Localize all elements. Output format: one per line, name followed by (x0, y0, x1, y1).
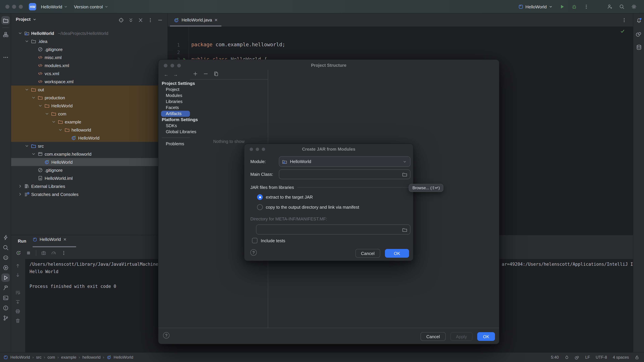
collapse-all-icon[interactable] (138, 18, 143, 23)
screenshot-icon[interactable] (41, 250, 46, 256)
problems-tool-button[interactable] (1, 304, 10, 312)
chevron-right-icon[interactable] (18, 184, 22, 188)
tree-item-scratches-and-consoles[interactable]: Scratches and Consoles (11, 190, 168, 198)
copy-radio[interactable]: copy to the output directory and link vi… (257, 204, 359, 210)
profiler-icon[interactable] (51, 250, 56, 256)
soft-wrap-icon[interactable] (15, 290, 20, 295)
scroll-to-end-icon[interactable] (15, 299, 20, 305)
close-tab-icon[interactable]: ✕ (214, 18, 218, 22)
run-panel-title[interactable]: Run (18, 238, 26, 244)
settings-item-global-libraries[interactable]: Global Libraries (161, 129, 212, 135)
lock-open-icon[interactable] (634, 355, 639, 360)
inspection-widget-icon[interactable] (564, 355, 569, 360)
file-encoding[interactable]: UTF-8 (596, 355, 607, 360)
settings-item-artifacts[interactable]: Artifacts (161, 111, 190, 117)
tree-item-workspace-xml[interactable]: workspace.xml (11, 78, 168, 86)
build-tool-button[interactable] (1, 284, 10, 292)
indent-style[interactable]: 4 spaces (613, 355, 629, 360)
rerun-icon[interactable] (16, 250, 21, 256)
tree-item-modules-xml[interactable]: modules.xml (11, 62, 168, 70)
vcs-widget[interactable]: Version control (73, 3, 110, 10)
chevron-down-icon[interactable] (18, 31, 22, 36)
tree-item-misc-xml[interactable]: misc.xml (11, 53, 168, 62)
project-tool-button[interactable] (1, 16, 10, 24)
chevron-down-icon[interactable] (45, 112, 49, 116)
main-class-input[interactable] (279, 170, 410, 179)
run-button[interactable] (560, 4, 565, 10)
help-button[interactable]: ? (250, 249, 257, 256)
radio-selected-icon[interactable] (257, 194, 263, 200)
run-configuration-widget[interactable]: HelloWorld (518, 4, 553, 10)
breadcrumb-item[interactable]: com (48, 355, 55, 360)
project-widget[interactable]: HelloWorld (40, 3, 69, 10)
tree-item--gitignore[interactable]: .gitignore (11, 45, 168, 53)
editor-options-icon[interactable] (622, 18, 627, 23)
tree-item-out[interactable]: out (11, 86, 168, 94)
back-icon[interactable]: ← (164, 72, 168, 77)
stop-icon[interactable] (26, 250, 31, 256)
tree-item-helloworld[interactable]: CHelloWorld (11, 158, 168, 166)
more-actions-icon[interactable] (584, 4, 589, 10)
structure-tool-button[interactable] (1, 30, 10, 38)
tree-item-helloworld[interactable]: HelloWorld~/IdeaProjects/HelloWorld (11, 29, 168, 37)
include-tests-checkbox[interactable] (252, 238, 258, 243)
cancel-button[interactable]: Cancel (420, 332, 446, 341)
tree-item-production[interactable]: production (11, 94, 168, 102)
search-everywhere-icon[interactable] (619, 4, 624, 10)
chevron-down-icon[interactable] (58, 128, 63, 132)
kebab-icon[interactable] (148, 18, 153, 23)
manifest-dir-input[interactable] (256, 224, 410, 234)
breadcrumb-item[interactable]: HelloWorld (114, 355, 133, 360)
chevron-down-icon[interactable] (31, 95, 36, 100)
up-stacktrace-icon[interactable] (15, 263, 20, 268)
chevron-down-icon[interactable] (24, 39, 29, 44)
tree-item-com-example-helloworld[interactable]: com.example.helloworld (11, 150, 168, 158)
settings-item-modules[interactable]: Modules (161, 92, 212, 99)
run-tab[interactable]: HelloWorld ✕ (32, 237, 66, 242)
tree-item-helloworld-iml[interactable]: HelloWorld.iml (11, 174, 168, 182)
chevron-down-icon[interactable] (31, 152, 36, 156)
close-run-tab-icon[interactable]: ✕ (63, 237, 66, 242)
minimize-window-button[interactable] (12, 5, 16, 9)
target-icon[interactable] (118, 18, 124, 23)
chevron-down-icon[interactable] (24, 144, 29, 148)
services-tool-button[interactable] (1, 253, 10, 262)
remove-artifact-icon[interactable] (203, 71, 208, 76)
chevron-down-icon[interactable] (51, 120, 56, 124)
chevron-right-icon[interactable] (18, 192, 22, 196)
cancel-button[interactable]: Cancel (355, 249, 380, 258)
close-window-button[interactable] (5, 5, 10, 9)
chevron-down-icon[interactable] (38, 103, 42, 108)
add-artifact-icon[interactable] (193, 71, 198, 76)
apply-button[interactable]: Apply (450, 332, 472, 341)
code-with-me-icon[interactable] (607, 4, 612, 10)
tree-item-vcs-xml[interactable]: vcs.xml (11, 70, 168, 78)
settings-item-facets[interactable]: Facets (161, 105, 212, 111)
copy-artifact-icon[interactable] (214, 71, 219, 76)
chevron-down-icon[interactable] (24, 87, 29, 92)
browse-folder-icon[interactable] (401, 226, 408, 234)
zap-tool-button[interactable] (1, 233, 10, 242)
breadcrumb-item[interactable]: helloworld (82, 355, 100, 360)
more-options-icon[interactable] (61, 250, 66, 256)
tree-item-helloworld[interactable]: helloworld (11, 126, 168, 134)
notifications-bell-icon[interactable] (634, 16, 643, 24)
module-combobox[interactable]: HelloWorld (279, 156, 410, 167)
include-tests-row[interactable]: Include tests (252, 238, 285, 243)
expand-all-icon[interactable] (128, 18, 134, 23)
settings-gear-icon[interactable] (631, 4, 636, 10)
extract-radio[interactable]: extract to the target JAR (257, 194, 313, 200)
zoom-window-button[interactable] (19, 5, 23, 9)
search-tool-button[interactable] (1, 243, 10, 252)
database-icon[interactable] (634, 43, 643, 51)
tree-item-helloworld[interactable]: HelloWorld (11, 102, 168, 110)
tree-item-external-libraries[interactable]: External Libraries (11, 182, 168, 190)
run-tool-button[interactable] (1, 274, 10, 282)
forward-icon[interactable]: → (173, 72, 178, 77)
project-panel-header[interactable]: Project (16, 17, 36, 22)
settings-item-sdks[interactable]: SDKs (161, 123, 212, 129)
tree-item-helloworld[interactable]: CHelloWorld (11, 134, 168, 142)
caret-position[interactable]: 5:40 (551, 355, 559, 360)
radio-unselected-icon[interactable] (257, 204, 263, 210)
terminal-tool-button[interactable] (1, 294, 10, 302)
